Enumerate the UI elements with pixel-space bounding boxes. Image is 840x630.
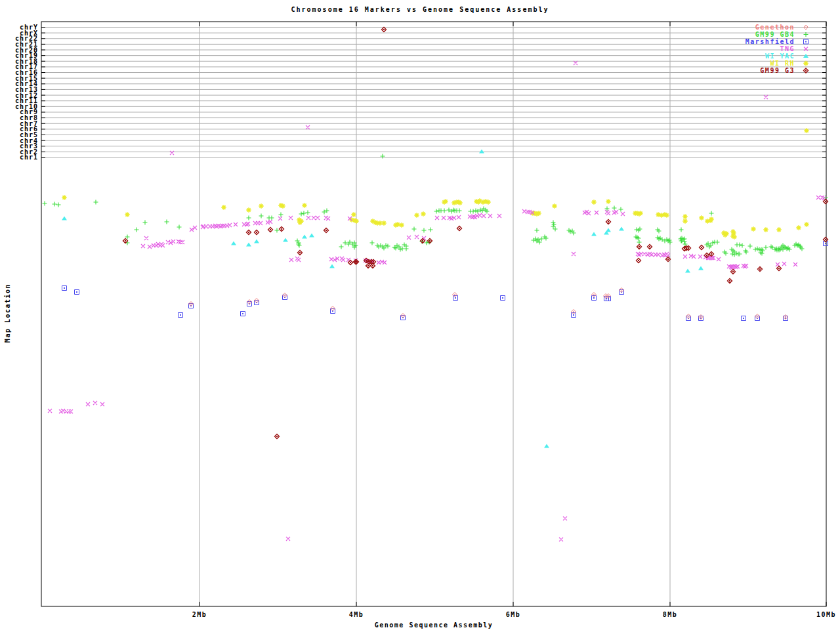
x-tick-label-2mb: 2Mb — [192, 611, 207, 618]
x-tick-label-4mb: 4Mb — [349, 611, 364, 618]
plot-area — [0, 0, 840, 630]
legend-label: WI YAC — [765, 52, 795, 60]
series-gm99-gb4 — [43, 154, 828, 257]
y-tick-label-chr1: chr1 — [0, 154, 38, 160]
series-wi-yac — [62, 149, 704, 448]
x-tick-label-10mb: 10Mb — [816, 611, 836, 618]
legend-entry-marshfield: Marshfield — [656, 38, 811, 45]
legend-label: WI RH — [770, 60, 795, 67]
legend-label: Marshfield — [746, 38, 795, 45]
legend-marker-wi-rh — [801, 60, 811, 67]
legend-entry-gm99-gb4: GM99 GB4 — [656, 31, 811, 38]
legend-marker-marshfield — [801, 38, 811, 45]
legend-marker-tng — [801, 45, 811, 52]
axis-ticks — [41, 22, 826, 606]
x-tick-label-8mb: 8Mb — [663, 611, 678, 618]
legend-label: GM99 GB4 — [755, 31, 795, 38]
series-genethon — [189, 288, 788, 320]
gridlines — [41, 22, 826, 606]
legend-marker-gm99-gb4 — [801, 31, 811, 38]
x-tick-label-6mb: 6Mb — [506, 611, 521, 618]
legend-entry-wi-rh: WI RH — [656, 60, 811, 67]
legend-entry-gm99-g3: GM99 G3 — [656, 67, 811, 74]
legend-entry-wi-yac: WI YAC — [656, 52, 811, 60]
legend-marker-gm99-g3 — [801, 67, 811, 74]
legend: GenethonGM99 GB4MarshfieldTNGWI YACWI RH… — [656, 24, 811, 74]
series-tng — [48, 61, 826, 541]
chart-canvas: Chromosome 16 Markers vs Genome Sequence… — [0, 0, 840, 630]
x-axis-title: Genome Sequence Assembly — [41, 621, 826, 629]
legend-label: GM99 G3 — [760, 67, 795, 74]
legend-entry-tng: TNG — [656, 45, 811, 52]
legend-entry-genethon: Genethon — [656, 24, 811, 31]
series-wi-rh — [62, 128, 809, 240]
legend-label: TNG — [780, 45, 795, 52]
plot-border — [41, 22, 826, 606]
legend-label: Genethon — [755, 24, 795, 31]
legend-marker-wi-yac — [801, 52, 811, 60]
legend-marker-genethon — [801, 24, 811, 31]
